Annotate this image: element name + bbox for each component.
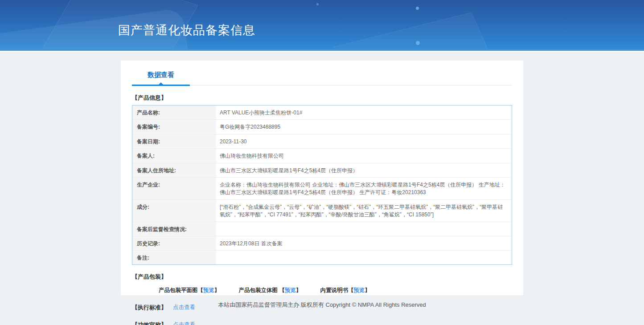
header-decoration-dot (416, 41, 420, 45)
content-card: 数据查看 【产品信息】 产品名称: ART VALUE小熊骑士柔焦粉饼-01# … (121, 61, 523, 295)
section-title-efficacy: 【功效宣称】 (132, 321, 167, 325)
row-label: 生产企业: (132, 178, 216, 199)
section-title-packaging: 【产品包装】 (132, 273, 512, 281)
standards-view-link[interactable]: 点击查看 (173, 304, 195, 311)
bracket-open: 【 (348, 287, 354, 293)
row-label: 备案人: (132, 149, 216, 162)
preview-link-3d-image[interactable]: 预览 (285, 287, 296, 293)
row-label: 备注: (132, 251, 216, 264)
efficacy-view-link[interactable]: 点击查看 (173, 321, 195, 325)
row-value: 佛山琦妆生物科技有限公司 (216, 149, 512, 162)
caret-up-icon (159, 82, 163, 85)
packaging-item-flat-image: 产品包装平面图【预览】 (159, 287, 220, 294)
tab-data-view[interactable]: 数据查看 (132, 67, 190, 86)
preview-link-flat-image[interactable]: 预览 (203, 287, 214, 293)
page-header: 国产普通化妆品备案信息 (0, 0, 644, 51)
row-value: 企业名称：佛山琦妆生物科技有限公司 企业地址：佛山市三水区大塘镇彩暖星路1号F4… (216, 178, 512, 199)
row-label: 成分: (132, 200, 216, 222)
table-row-registrant: 备案人: 佛山琦妆生物科技有限公司 (132, 149, 512, 163)
tab-bar: 数据查看 (132, 64, 512, 85)
bracket-open: 【 (198, 287, 204, 293)
section-title-product-info: 【产品信息】 (132, 94, 512, 102)
packaging-item-label: 产品包装立体图 (239, 287, 279, 293)
row-value: 2023-11-30 (216, 134, 512, 148)
table-row-history: 历史记录: 2023年12月08日 首次备案 (132, 236, 512, 251)
packaging-item-label: 内置说明书 (320, 287, 348, 293)
row-label: 历史记录: (132, 236, 216, 250)
row-label: 备案后监督检查情况: (132, 222, 216, 236)
efficacy-row: 【功效宣称】 点击查看 (132, 321, 512, 325)
bracket-close: 】 (296, 287, 302, 293)
page-title: 国产普通化妆品备案信息 (118, 22, 255, 38)
packaging-item-3d-image: 产品包装立体图 【预览】 (239, 287, 302, 294)
bracket-close: 】 (214, 287, 220, 293)
row-value: [“滑石粉”，“合成氟金云母”，“云母”，“矿油”，“硬脂酸镁”，“硅石”，“环… (216, 200, 512, 222)
row-value (216, 222, 512, 236)
row-label: 备案人住所地址: (132, 163, 216, 177)
row-value: 佛山市三水区大塘镇彩暖星路1号F4之5栋4层（住所申报） (216, 163, 512, 177)
row-value: 粤G妆网备字2023468895 (216, 120, 512, 134)
bracket-open: 【 (279, 287, 285, 293)
tab-data-view-label: 数据查看 (148, 67, 174, 82)
row-value: 2023年12月08日 首次备案 (216, 236, 512, 250)
row-value: ART VALUE小熊骑士柔焦粉饼-01# (216, 106, 512, 119)
table-row-filing-number: 备案编号: 粤G妆网备字2023468895 (132, 120, 512, 134)
table-row-ingredients: 成分: [“滑石粉”，“合成氟金云母”，“云母”，“矿油”，“硬脂酸镁”，“硅石… (132, 200, 512, 222)
row-label: 备案日期: (132, 134, 216, 148)
table-row-remarks: 备注: (132, 251, 512, 264)
table-row-supervision: 备案后监督检查情况: (132, 222, 512, 236)
footer-copyright: 本站由国家药品监督管理局主办 版权所有 Copyright © NMPA All… (0, 301, 644, 309)
table-row-product-name: 产品名称: ART VALUE小熊骑士柔焦粉饼-01# (132, 106, 512, 120)
row-value (216, 251, 512, 264)
header-decoration-cube (333, 12, 505, 51)
table-row-filing-date: 备案日期: 2023-11-30 (132, 134, 512, 149)
section-title-standards: 【执行标准】 (132, 304, 167, 312)
packaging-item-manual: 内置说明书【预览】 (320, 287, 370, 294)
header-decoration-dot (316, 3, 319, 5)
preview-link-manual[interactable]: 预览 (353, 287, 365, 293)
row-label: 产品名称: (132, 106, 216, 119)
product-info-table: 产品名称: ART VALUE小熊骑士柔焦粉饼-01# 备案编号: 粤G妆网备字… (132, 105, 512, 265)
header-decoration-dot (416, 7, 419, 10)
row-label: 备案编号: (132, 120, 216, 134)
bracket-close: 】 (365, 287, 370, 293)
table-row-registrant-address: 备案人住所地址: 佛山市三水区大塘镇彩暖星路1号F4之5栋4层（住所申报） (132, 163, 512, 178)
packaging-item-label: 产品包装平面图 (159, 287, 198, 293)
packaging-links-row: 产品包装平面图【预览】 产品包装立体图 【预览】 内置说明书【预览】 (159, 287, 512, 294)
tab-active-indicator (132, 85, 190, 86)
table-row-manufacturer: 生产企业: 企业名称：佛山琦妆生物科技有限公司 企业地址：佛山市三水区大塘镇彩暖… (132, 178, 512, 200)
